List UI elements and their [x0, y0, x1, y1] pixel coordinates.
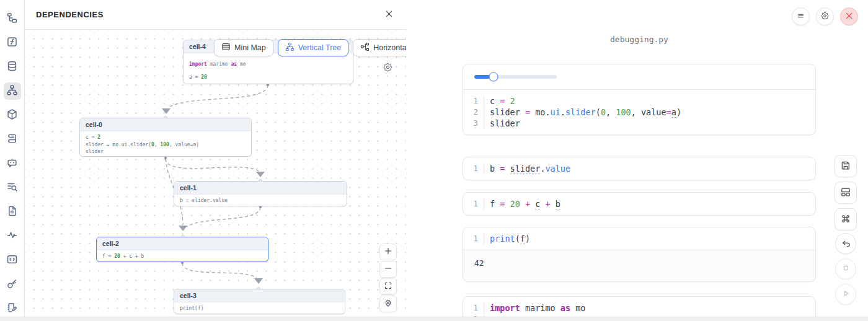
line-numbers: 1 [463, 163, 484, 174]
fit-view-button[interactable] [379, 278, 397, 295]
code-box-icon [6, 253, 18, 268]
mini-map-button[interactable]: Mini Map [214, 39, 273, 56]
code-editor[interactable]: 1f = 20 + c + b [463, 193, 815, 215]
graph-settings-button[interactable] [378, 59, 397, 77]
close-icon [844, 11, 854, 22]
shutdown-button[interactable] [840, 7, 858, 25]
sidebar-item-explorer[interactable] [4, 10, 21, 27]
list-search-icon [6, 181, 18, 195]
sidebar-item-tracing[interactable] [4, 227, 21, 245]
fit-icon [384, 281, 392, 292]
play-icon [841, 288, 851, 301]
pin-icon [384, 299, 392, 309]
save-button[interactable] [835, 155, 857, 177]
marimo-app: DEPENDENCIES cell-4import marimo as moa … [0, 0, 868, 321]
plus-icon [384, 247, 392, 257]
gear-icon [820, 11, 830, 22]
vertical-tree-label: Vertical Tree [298, 43, 341, 52]
horizontal-tree-label: Horizontal Tree [373, 43, 406, 52]
stop-icon [841, 263, 851, 275]
notebook-cell-b-cell: 1b = slider.value [463, 157, 816, 180]
vertical-tree-button[interactable]: Vertical Tree [278, 39, 348, 56]
code-editor[interactable]: 1b = slider.value [463, 157, 815, 180]
scroll-icon [6, 133, 18, 147]
line-numbers: 1 [463, 233, 484, 244]
close-panel-button[interactable] [381, 7, 396, 22]
minimap-icon [221, 42, 231, 53]
key-icon [6, 278, 18, 292]
code-editor[interactable]: 123c = 2slider = mo.ui.slider(0, 100, va… [463, 90, 815, 134]
node-title: cell-2 [97, 237, 268, 250]
sidebar-item-snippets[interactable] [4, 252, 21, 269]
sidebar-item-outline[interactable] [4, 203, 21, 221]
code-editor[interactable]: 1print(f) [463, 227, 815, 250]
node-code: f = 20 + c + b [97, 250, 268, 262]
sidebar-item-variables[interactable] [4, 34, 21, 51]
robot-chat-icon [6, 157, 18, 171]
notebook-filename: debugging.py [463, 35, 816, 44]
pulse-icon [6, 229, 18, 244]
sidebar-item-chat[interactable] [4, 155, 21, 172]
sidebar-item-dependencies[interactable] [4, 82, 21, 100]
sidebar-item-datasources[interactable] [4, 58, 21, 76]
graph-node-cell-2[interactable]: cell-2f = 20 + c + b [96, 237, 268, 262]
cell-output-area [463, 64, 815, 90]
app-header-actions [792, 7, 858, 25]
shortcuts-button[interactable] [835, 208, 857, 231]
sidebar-item-secrets[interactable] [4, 276, 21, 293]
package-icon [6, 108, 18, 123]
notebook-panel: debugging.py 123c = 2slider = mo.ui.slid… [407, 0, 868, 321]
horizontal-tree-button[interactable]: Horizontal Tree [353, 39, 406, 56]
graph-node-cell-1[interactable]: cell-1b = slider.value [174, 181, 347, 206]
node-title: cell-1 [174, 182, 347, 195]
undo-button[interactable] [835, 233, 856, 254]
node-title: cell-3 [174, 289, 345, 302]
menu-button[interactable] [792, 7, 810, 25]
sidebar-item-packages[interactable] [4, 107, 21, 124]
graph-node-cell-3[interactable]: cell-3print(f) [174, 289, 345, 314]
notebook-run-actions [835, 233, 856, 305]
node-code: c = 2slider = mo.ui.slider(0, 100, value… [80, 131, 251, 157]
code-lines: b = slider.value [484, 163, 570, 174]
function-icon [6, 36, 18, 50]
zoom-out-button[interactable] [379, 261, 397, 278]
minus-icon [384, 264, 392, 275]
zoom-in-button[interactable] [379, 244, 397, 260]
interrupt-button[interactable] [835, 258, 856, 279]
slider-thumb[interactable] [489, 73, 498, 82]
database-icon [6, 60, 18, 74]
document-icon [6, 205, 18, 219]
mini-map-label: Mini Map [234, 43, 266, 52]
command-icon [840, 213, 851, 226]
code-lines: c = 2slider = mo.ui.slider(0, 100, value… [484, 95, 681, 129]
save-icon [840, 160, 851, 173]
layout-icon [840, 187, 851, 200]
sidebar-item-logs[interactable] [4, 179, 21, 196]
undo-icon [841, 237, 851, 250]
node-code: import marimo as moa = 20 [184, 53, 353, 84]
line-numbers: 123 [463, 95, 484, 129]
vtree-icon [285, 42, 294, 53]
dependencies-panel-header: DEPENDENCIES [25, 0, 406, 30]
code-lines: f = 20 + c + b [484, 198, 560, 209]
locate-button[interactable] [379, 296, 397, 312]
node-title: cell-0 [80, 118, 251, 131]
menu-icon [796, 11, 805, 22]
graph-node-cell-0[interactable]: cell-0c = 2slider = mo.ui.slider(0, 100,… [79, 118, 252, 157]
run-button[interactable] [835, 284, 856, 305]
node-code: print(f) [174, 302, 345, 314]
slider-widget[interactable] [474, 75, 557, 79]
sidebar-item-scratchpad[interactable] [4, 300, 21, 317]
sidebar-item-documentation[interactable] [4, 131, 21, 148]
settings-button[interactable] [816, 7, 834, 25]
notebook-cell-slider-cell: 123c = 2slider = mo.ui.slider(0, 100, va… [463, 64, 816, 135]
line-numbers: 1 [463, 198, 484, 209]
htree-icon [360, 42, 370, 53]
zoom-controls [379, 244, 397, 312]
layout-button[interactable] [835, 182, 857, 204]
panel-title: DEPENDENCIES [36, 10, 104, 19]
close-icon [384, 9, 394, 20]
code-lines: print(f) [484, 233, 530, 244]
cell-console-output: 42 [463, 250, 815, 281]
gear-icon [383, 62, 393, 74]
